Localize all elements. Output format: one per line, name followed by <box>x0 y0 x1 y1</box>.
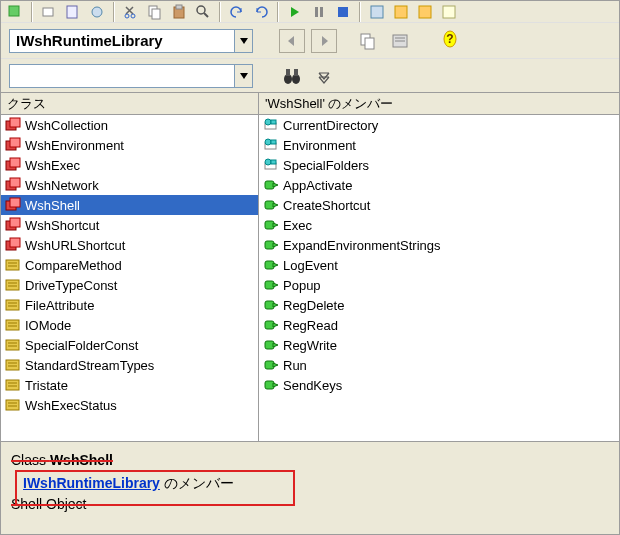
toolbar-btn-x3[interactable] <box>439 2 459 22</box>
toolbar-btn-3[interactable] <box>63 2 83 22</box>
svg-rect-9 <box>176 5 182 9</box>
toolbar-btn-1[interactable] <box>5 2 25 22</box>
class-item[interactable]: WshEnvironment <box>1 135 258 155</box>
class-item[interactable]: CompareMethod <box>1 255 258 275</box>
svg-rect-35 <box>10 158 20 167</box>
svg-text:?: ? <box>446 32 453 46</box>
member-item[interactable]: LogEvent <box>259 255 619 275</box>
find-icon[interactable] <box>193 2 213 22</box>
class-item[interactable]: SpecialFolderConst <box>1 335 258 355</box>
run-icon[interactable] <box>285 2 305 22</box>
property-icon <box>263 117 279 133</box>
member-item[interactable]: CurrentDirectory <box>259 115 619 135</box>
detail-pane: Class WshShell IWshRuntimeLibrary のメンバー … <box>1 442 619 534</box>
stop-icon[interactable] <box>333 2 353 22</box>
member-item[interactable]: Popup <box>259 275 619 295</box>
class-item-label: StandardStreamTypes <box>25 358 154 373</box>
toolbar-btn-2[interactable] <box>39 2 59 22</box>
class-item[interactable]: WshURLShortcut <box>1 235 258 255</box>
view-definition-button[interactable] <box>387 29 413 53</box>
svg-rect-43 <box>10 238 20 247</box>
classes-list[interactable]: WshCollectionWshEnvironmentWshExecWshNet… <box>1 115 258 441</box>
svg-rect-0 <box>9 6 19 16</box>
svg-rect-76 <box>271 160 276 164</box>
library-combobox[interactable]: IWshRuntimeLibrary <box>9 29 253 53</box>
member-item[interactable]: SpecialFolders <box>259 155 619 175</box>
paste-icon[interactable] <box>169 2 189 22</box>
binoculars-search-button[interactable] <box>279 64 305 88</box>
svg-line-11 <box>204 13 208 17</box>
class-item[interactable]: WshExecStatus <box>1 395 258 415</box>
class-item[interactable]: Tristate <box>1 375 258 395</box>
svg-rect-65 <box>6 400 19 410</box>
class-item-label: FileAttribute <box>25 298 94 313</box>
toolbar-btn-x1[interactable] <box>391 2 411 22</box>
member-item[interactable]: Exec <box>259 215 619 235</box>
member-item[interactable]: ExpandEnvironmentStrings <box>259 235 619 255</box>
class-icon <box>5 237 21 253</box>
member-item-label: RegWrite <box>283 338 337 353</box>
search-combobox[interactable] <box>9 64 253 88</box>
member-item-label: Popup <box>283 278 321 293</box>
property-icon <box>263 137 279 153</box>
class-item-label: WshEnvironment <box>25 138 124 153</box>
search-toolbar <box>1 59 619 93</box>
class-item[interactable]: WshShortcut <box>1 215 258 235</box>
detail-member-suffix: のメンバー <box>160 475 234 491</box>
class-item[interactable]: DriveTypeConst <box>1 275 258 295</box>
copy-icon[interactable] <box>145 2 165 22</box>
member-item[interactable]: RegRead <box>259 315 619 335</box>
member-item[interactable]: CreateShortcut <box>259 195 619 215</box>
member-item[interactable]: Environment <box>259 135 619 155</box>
class-item-label: WshNetwork <box>25 178 99 193</box>
redo-icon[interactable] <box>251 2 271 22</box>
toolbar-separator <box>359 2 361 22</box>
enum-icon <box>5 297 21 313</box>
members-list[interactable]: CurrentDirectoryEnvironmentSpecialFolder… <box>259 115 619 441</box>
svg-rect-56 <box>6 340 19 350</box>
svg-point-3 <box>92 7 102 17</box>
member-item-label: LogEvent <box>283 258 338 273</box>
chevron-down-icon[interactable] <box>234 30 252 52</box>
class-item[interactable]: FileAttribute <box>1 295 258 315</box>
classes-pane: クラス WshCollectionWshEnvironmentWshExecWs… <box>1 93 259 441</box>
class-item[interactable]: WshShell <box>1 195 258 215</box>
member-item[interactable]: SendKeys <box>259 375 619 395</box>
toolbar-separator <box>113 2 115 22</box>
toolbar-btn-x2[interactable] <box>415 2 435 22</box>
class-icon <box>5 217 21 233</box>
member-item[interactable]: Run <box>259 355 619 375</box>
class-item[interactable]: StandardStreamTypes <box>1 355 258 375</box>
help-button[interactable]: ? <box>437 29 463 53</box>
class-item[interactable]: WshNetwork <box>1 175 258 195</box>
member-item-label: CurrentDirectory <box>283 118 378 133</box>
cut-icon[interactable] <box>121 2 141 22</box>
member-item-label: Run <box>283 358 307 373</box>
method-icon <box>263 357 279 373</box>
toolbar-separator <box>31 2 33 22</box>
detail-library-link[interactable]: IWshRuntimeLibrary <box>23 475 160 491</box>
undo-icon[interactable] <box>227 2 247 22</box>
method-icon <box>263 197 279 213</box>
object-browser-window: IWshRuntimeLibrary ? クラス WshCollectionWs… <box>0 0 620 535</box>
member-item-label: Exec <box>283 218 312 233</box>
class-item-label: WshURLShortcut <box>25 238 125 253</box>
design-icon[interactable] <box>367 2 387 22</box>
class-item-label: WshCollection <box>25 118 108 133</box>
pause-icon[interactable] <box>309 2 329 22</box>
chevron-down-icon[interactable] <box>234 65 252 87</box>
toolbar-btn-4[interactable] <box>87 2 107 22</box>
member-item[interactable]: AppActivate <box>259 175 619 195</box>
show-search-results-button[interactable] <box>311 64 337 88</box>
nav-forward-button[interactable] <box>311 29 337 53</box>
member-item[interactable]: RegWrite <box>259 335 619 355</box>
class-item[interactable]: WshCollection <box>1 115 258 135</box>
member-item[interactable]: RegDelete <box>259 295 619 315</box>
method-icon <box>263 377 279 393</box>
class-item[interactable]: IOMode <box>1 315 258 335</box>
detail-description: Shell Object <box>11 494 609 515</box>
class-item[interactable]: WshExec <box>1 155 258 175</box>
nav-back-button[interactable] <box>279 29 305 53</box>
copy-to-clipboard-button[interactable] <box>355 29 381 53</box>
svg-rect-31 <box>10 118 20 127</box>
